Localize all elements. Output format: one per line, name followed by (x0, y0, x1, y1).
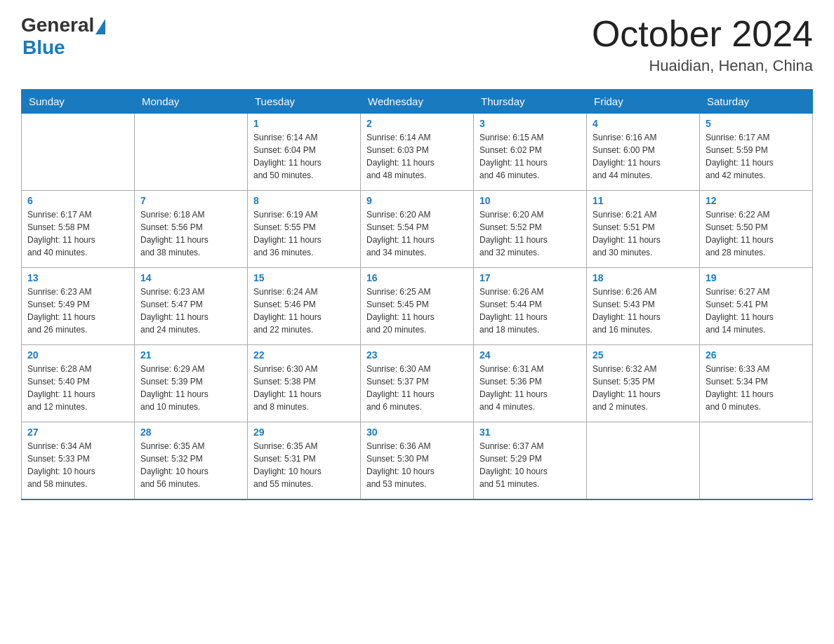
day-info: Sunrise: 6:35 AMSunset: 5:31 PMDaylight:… (253, 440, 355, 490)
calendar-cell: 1Sunrise: 6:14 AMSunset: 6:04 PMDaylight… (248, 114, 361, 191)
day-number: 31 (479, 427, 581, 438)
day-info: Sunrise: 6:30 AMSunset: 5:38 PMDaylight:… (253, 363, 355, 413)
day-info: Sunrise: 6:32 AMSunset: 5:35 PMDaylight:… (593, 363, 694, 413)
day-number: 29 (253, 427, 355, 438)
calendar-cell: 3Sunrise: 6:15 AMSunset: 6:02 PMDaylight… (474, 114, 587, 191)
day-number: 16 (366, 272, 468, 283)
calendar-cell: 5Sunrise: 6:17 AMSunset: 5:59 PMDaylight… (700, 114, 813, 191)
day-info: Sunrise: 6:34 AMSunset: 5:33 PMDaylight:… (27, 440, 128, 490)
day-number: 12 (706, 195, 807, 206)
day-number: 14 (140, 272, 241, 283)
page-header: General Blue October 2024 Huaidian, Hena… (21, 14, 813, 75)
calendar-cell: 27Sunrise: 6:34 AMSunset: 5:33 PMDayligh… (22, 422, 135, 499)
day-info: Sunrise: 6:14 AMSunset: 6:04 PMDaylight:… (253, 131, 355, 182)
day-of-week-header: Wednesday (361, 90, 474, 114)
calendar-cell: 9Sunrise: 6:20 AMSunset: 5:54 PMDaylight… (361, 191, 474, 268)
title-area: October 2024 Huaidian, Henan, China (592, 14, 813, 75)
day-number: 10 (479, 195, 581, 206)
day-number: 7 (140, 195, 241, 206)
day-info: Sunrise: 6:17 AMSunset: 5:58 PMDaylight:… (27, 208, 128, 259)
day-number: 26 (706, 349, 807, 361)
day-number: 28 (140, 427, 241, 438)
day-info: Sunrise: 6:20 AMSunset: 5:54 PMDaylight:… (366, 208, 468, 259)
calendar-cell: 29Sunrise: 6:35 AMSunset: 5:31 PMDayligh… (248, 422, 361, 499)
day-info: Sunrise: 6:23 AMSunset: 5:49 PMDaylight:… (27, 286, 128, 336)
day-number: 9 (366, 195, 468, 206)
day-number: 3 (479, 118, 581, 129)
month-title: October 2024 (592, 14, 813, 54)
day-number: 22 (253, 349, 355, 361)
day-info: Sunrise: 6:28 AMSunset: 5:40 PMDaylight:… (27, 363, 128, 413)
calendar-cell: 25Sunrise: 6:32 AMSunset: 5:35 PMDayligh… (587, 345, 700, 422)
day-number: 20 (27, 349, 128, 361)
logo-general-text: General (21, 14, 94, 36)
day-info: Sunrise: 6:26 AMSunset: 5:44 PMDaylight:… (479, 286, 581, 336)
day-of-week-header: Saturday (700, 90, 813, 114)
calendar-cell: 26Sunrise: 6:33 AMSunset: 5:34 PMDayligh… (700, 345, 813, 422)
calendar-cell (22, 114, 135, 191)
calendar-week-row: 27Sunrise: 6:34 AMSunset: 5:33 PMDayligh… (22, 422, 813, 499)
calendar-cell: 13Sunrise: 6:23 AMSunset: 5:49 PMDayligh… (22, 268, 135, 345)
day-of-week-header: Friday (587, 90, 700, 114)
calendar-cell: 20Sunrise: 6:28 AMSunset: 5:40 PMDayligh… (22, 345, 135, 422)
calendar-cell: 15Sunrise: 6:24 AMSunset: 5:46 PMDayligh… (248, 268, 361, 345)
day-of-week-header: Monday (135, 90, 248, 114)
calendar-cell: 19Sunrise: 6:27 AMSunset: 5:41 PMDayligh… (700, 268, 813, 345)
calendar-cell: 14Sunrise: 6:23 AMSunset: 5:47 PMDayligh… (135, 268, 248, 345)
day-number: 11 (593, 195, 694, 206)
day-number: 13 (27, 272, 128, 283)
day-of-week-header: Sunday (22, 90, 135, 114)
day-number: 24 (479, 349, 581, 361)
day-number: 15 (253, 272, 355, 283)
day-info: Sunrise: 6:31 AMSunset: 5:36 PMDaylight:… (479, 363, 581, 413)
day-info: Sunrise: 6:16 AMSunset: 6:00 PMDaylight:… (593, 131, 694, 182)
day-info: Sunrise: 6:17 AMSunset: 5:59 PMDaylight:… (706, 131, 807, 182)
day-info: Sunrise: 6:37 AMSunset: 5:29 PMDaylight:… (479, 440, 581, 490)
logo-blue-text: Blue (22, 36, 65, 59)
calendar-cell (587, 422, 700, 499)
calendar-cell: 21Sunrise: 6:29 AMSunset: 5:39 PMDayligh… (135, 345, 248, 422)
day-info: Sunrise: 6:36 AMSunset: 5:30 PMDaylight:… (366, 440, 468, 490)
calendar-header-row: SundayMondayTuesdayWednesdayThursdayFrid… (22, 90, 813, 114)
day-info: Sunrise: 6:18 AMSunset: 5:56 PMDaylight:… (140, 208, 241, 259)
day-number: 25 (593, 349, 694, 361)
day-info: Sunrise: 6:27 AMSunset: 5:41 PMDaylight:… (706, 286, 807, 336)
calendar-cell: 28Sunrise: 6:35 AMSunset: 5:32 PMDayligh… (135, 422, 248, 499)
calendar-cell (135, 114, 248, 191)
day-info: Sunrise: 6:19 AMSunset: 5:55 PMDaylight:… (253, 208, 355, 259)
day-info: Sunrise: 6:21 AMSunset: 5:51 PMDaylight:… (593, 208, 694, 259)
day-info: Sunrise: 6:25 AMSunset: 5:45 PMDaylight:… (366, 286, 468, 336)
calendar-week-row: 20Sunrise: 6:28 AMSunset: 5:40 PMDayligh… (22, 345, 813, 422)
day-info: Sunrise: 6:20 AMSunset: 5:52 PMDaylight:… (479, 208, 581, 259)
logo-triangle-icon (95, 19, 105, 34)
day-info: Sunrise: 6:33 AMSunset: 5:34 PMDaylight:… (706, 363, 807, 413)
day-of-week-header: Thursday (474, 90, 587, 114)
day-number: 2 (366, 118, 468, 129)
day-number: 30 (366, 427, 468, 438)
calendar-cell: 6Sunrise: 6:17 AMSunset: 5:58 PMDaylight… (22, 191, 135, 268)
day-number: 5 (706, 118, 807, 129)
calendar-cell: 23Sunrise: 6:30 AMSunset: 5:37 PMDayligh… (361, 345, 474, 422)
calendar-cell: 30Sunrise: 6:36 AMSunset: 5:30 PMDayligh… (361, 422, 474, 499)
day-info: Sunrise: 6:23 AMSunset: 5:47 PMDaylight:… (140, 286, 241, 336)
calendar-week-row: 1Sunrise: 6:14 AMSunset: 6:04 PMDaylight… (22, 114, 813, 191)
calendar-cell: 12Sunrise: 6:22 AMSunset: 5:50 PMDayligh… (700, 191, 813, 268)
calendar-cell: 16Sunrise: 6:25 AMSunset: 5:45 PMDayligh… (361, 268, 474, 345)
calendar-cell: 2Sunrise: 6:14 AMSunset: 6:03 PMDaylight… (361, 114, 474, 191)
calendar-cell: 18Sunrise: 6:26 AMSunset: 5:43 PMDayligh… (587, 268, 700, 345)
calendar-cell: 4Sunrise: 6:16 AMSunset: 6:00 PMDaylight… (587, 114, 700, 191)
calendar-cell: 24Sunrise: 6:31 AMSunset: 5:36 PMDayligh… (474, 345, 587, 422)
calendar-week-row: 13Sunrise: 6:23 AMSunset: 5:49 PMDayligh… (22, 268, 813, 345)
day-number: 18 (593, 272, 694, 283)
day-number: 23 (366, 349, 468, 361)
calendar-cell: 10Sunrise: 6:20 AMSunset: 5:52 PMDayligh… (474, 191, 587, 268)
day-info: Sunrise: 6:22 AMSunset: 5:50 PMDaylight:… (706, 208, 807, 259)
calendar-cell: 22Sunrise: 6:30 AMSunset: 5:38 PMDayligh… (248, 345, 361, 422)
day-number: 1 (253, 118, 355, 129)
calendar-cell (700, 422, 813, 499)
location-title: Huaidian, Henan, China (592, 57, 813, 75)
day-number: 27 (27, 427, 128, 438)
day-number: 19 (706, 272, 807, 283)
day-info: Sunrise: 6:29 AMSunset: 5:39 PMDaylight:… (140, 363, 241, 413)
calendar-cell: 7Sunrise: 6:18 AMSunset: 5:56 PMDaylight… (135, 191, 248, 268)
